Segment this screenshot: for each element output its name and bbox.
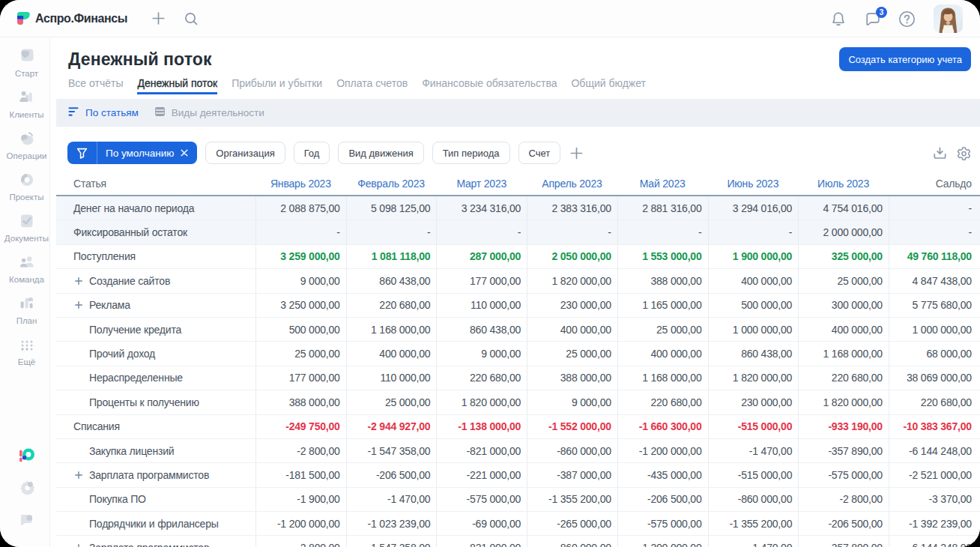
tab-3[interactable]: Прибыли и убытки (232, 77, 322, 94)
table-row[interactable]: Списания-249 750,00-2 944 927,00-1 138 0… (56, 415, 980, 439)
sidebar-item-5[interactable]: Документы (4, 211, 49, 253)
row-label: Создание сайтов (56, 269, 255, 292)
view-2[interactable]: Виды деятельности (154, 106, 264, 119)
tab-6[interactable]: Общий бюджет (571, 77, 645, 94)
column-header-month-2[interactable]: Февраль 2023 (346, 172, 437, 195)
brand[interactable]: Аспро.Финансы (17, 12, 127, 25)
filter-chip-3[interactable]: Вид движения (338, 142, 423, 164)
table-settings-icon[interactable] (957, 146, 971, 160)
tab-4[interactable]: Оплата счетов (336, 77, 408, 94)
expand-icon[interactable] (75, 544, 82, 547)
cell-value: 388 000,00 (527, 366, 617, 390)
cell-value: - (346, 220, 437, 244)
sidebar-item-8[interactable]: Ещё (4, 335, 49, 376)
expand-icon[interactable] (75, 276, 82, 285)
create-category-button[interactable]: Создать категорию учета (839, 47, 971, 71)
app-shell: СтартКлиентыОперацииПроектыДокументыКома… (0, 37, 980, 547)
filter-chip-5[interactable]: Счет (518, 142, 561, 164)
avatar[interactable] (934, 4, 963, 33)
view-1[interactable]: По статьям (68, 106, 139, 119)
cell-value: 220 680,00 (346, 294, 437, 317)
column-header-month-5[interactable]: Май 2023 (617, 172, 708, 195)
sidebar-item-4[interactable]: Проекты (4, 170, 49, 211)
search-icon[interactable] (184, 12, 198, 25)
tab-2[interactable]: Денежный поток (137, 77, 217, 94)
plan-icon (19, 295, 35, 315)
table-row[interactable]: Реклама3 250 000,00220 680,00110 000,002… (56, 294, 980, 318)
tab-1[interactable]: Все отчёты (68, 77, 123, 94)
cell-value: 1 168 000,00 (798, 342, 889, 365)
cell-value: 1 000 000,00 (708, 318, 799, 341)
cell-value: -1 392 239,00 (889, 512, 980, 535)
notifications-icon[interactable] (831, 11, 846, 27)
table-row[interactable]: Закупка лицензий-2 800,00-1 547 358,00-8… (56, 439, 980, 463)
table-row[interactable]: Нераспределенные177 000,00110 000,00220 … (56, 366, 980, 390)
table-row[interactable]: Денег на начало периода2 088 875,005 098… (56, 196, 980, 220)
column-header-month-6[interactable]: Июнь 2023 (708, 172, 799, 195)
active-filter-chip[interactable]: По умолчанию (67, 142, 197, 164)
column-header-saldo: Сальдо (889, 172, 980, 195)
cell-value: 860 438,00 (708, 342, 799, 365)
sidebar-item-6[interactable]: Команда (4, 253, 49, 294)
support-chat-icon[interactable] (19, 513, 35, 531)
sidebar-item-label: Команда (9, 275, 44, 284)
sidebar-item-3[interactable]: Операции (4, 129, 49, 170)
table-row[interactable]: Зарплата программистов-181 500,00-206 50… (56, 463, 980, 487)
messages-icon[interactable]: 3 (865, 12, 880, 26)
cell-value: 2 000 000,00 (798, 220, 889, 244)
expand-icon[interactable] (75, 471, 82, 479)
cell-value: -1 470,00 (346, 488, 437, 511)
table-row[interactable]: Получение кредита500 000,001 168 000,008… (56, 318, 980, 342)
table-row[interactable]: Подрядчики и фрилансеры-1 200 000,00-1 0… (56, 512, 980, 536)
table-row[interactable]: Проценты к получению388 000,0025 000,001… (56, 390, 980, 414)
add-filter-icon[interactable] (569, 146, 584, 160)
cell-value: 25 000,00 (255, 342, 346, 365)
table-row[interactable]: Прочий доход25 000,00400 000,009 000,002… (56, 342, 980, 366)
expand-icon[interactable] (75, 301, 82, 309)
cell-value: -933 190,00 (798, 415, 889, 438)
report-tabs: Все отчётыДенежный потокПрибыли и убытки… (68, 71, 968, 94)
cell-value: 3 294 016,00 (708, 196, 799, 220)
cell-value: 400 000,00 (798, 318, 889, 341)
add-icon[interactable] (151, 11, 166, 25)
column-header-month-4[interactable]: Апрель 2023 (527, 172, 617, 195)
cell-value: -181 500,00 (255, 463, 346, 486)
table-row[interactable]: Поступления3 259 000,001 081 118,00287 0… (56, 245, 980, 269)
cell-value: -1 547 358,00 (346, 439, 437, 462)
operations-icon (19, 130, 35, 150)
download-icon[interactable] (933, 146, 947, 160)
cell-value: -10 383 367,00 (889, 415, 980, 438)
help-icon[interactable] (898, 10, 916, 28)
table-header-row: Статья Январь 2023Февраль 2023Март 2023А… (56, 172, 980, 195)
sidebar-item-1[interactable]: Старт (4, 46, 49, 88)
row-label: Денег на начало периода (56, 196, 255, 220)
filter-chip-2[interactable]: Год (294, 142, 330, 164)
cell-value: -206 500,00 (798, 512, 889, 535)
filter-chip-1[interactable]: Организация (205, 142, 285, 164)
cell-value: 230 000,00 (527, 294, 617, 317)
clear-filter-icon[interactable] (180, 148, 189, 157)
cell-value: 388 000,00 (255, 390, 346, 414)
filter-chip-4[interactable]: Тип периода (432, 142, 510, 164)
cell-value: 1 165 000,00 (617, 294, 708, 317)
cell-value: 9 000,00 (436, 342, 527, 365)
column-header-month-3[interactable]: Март 2023 (436, 172, 527, 195)
cell-value: 1 553 000,00 (617, 245, 708, 268)
cell-value: 287 000,00 (436, 245, 527, 268)
sidebar-item-label: Операции (7, 151, 47, 160)
column-header-month-7[interactable]: Июль 2023 (798, 172, 889, 195)
sidebar-item-2[interactable]: Клиенты (4, 88, 49, 129)
tab-5[interactable]: Финансовые обязательства (422, 77, 557, 94)
table-row[interactable]: Создание сайтов9 000,00860 438,00177 000… (56, 269, 980, 293)
table-row[interactable]: Покупка ПО-1 900,00-1 470,00-575 000,00-… (56, 488, 980, 512)
settings-icon[interactable] (19, 480, 35, 499)
sidebar-item-7[interactable]: План (4, 294, 49, 335)
sort-lines-icon (68, 106, 79, 119)
column-header-month-1[interactable]: Январь 2023 (255, 172, 346, 195)
cell-value: - (255, 220, 346, 244)
table-row[interactable]: Фиксированный остаток------2 000 000,00- (56, 220, 980, 244)
cell-value: 1 168 000,00 (346, 318, 437, 341)
table-row[interactable]: Зарплата программистов-2 800,00-1 547 35… (56, 536, 980, 547)
cell-value: -1 355 200,00 (708, 512, 799, 535)
row-label: Закупка лицензий (56, 439, 255, 462)
